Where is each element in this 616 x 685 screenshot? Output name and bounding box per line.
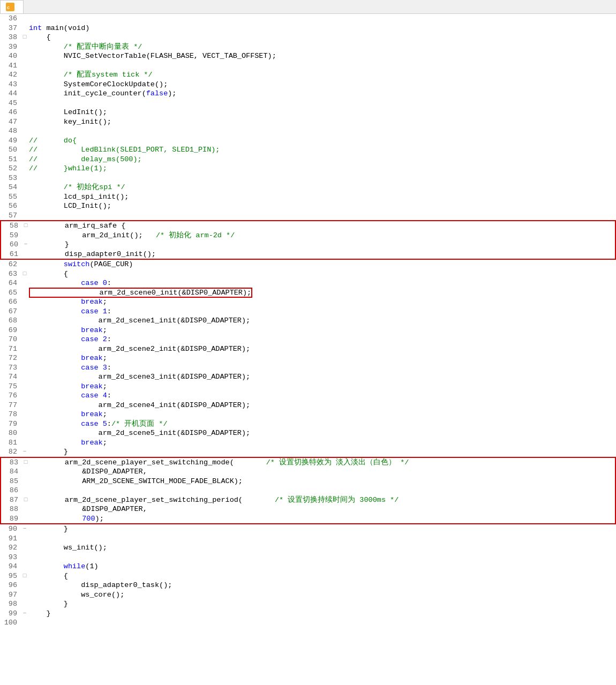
fold-indicator[interactable]: − xyxy=(20,524,29,534)
fold-indicator[interactable] xyxy=(20,42,29,52)
fold-indicator[interactable]: □ xyxy=(20,33,29,42)
fold-indicator[interactable] xyxy=(20,353,29,363)
fold-indicator[interactable] xyxy=(20,363,29,373)
code-line-content: } xyxy=(29,599,616,609)
fold-indicator[interactable] xyxy=(20,401,29,410)
fold-indicator[interactable] xyxy=(20,382,29,392)
fold-indicator[interactable] xyxy=(20,89,29,99)
fold-indicator[interactable] xyxy=(20,260,29,269)
fold-indicator[interactable] xyxy=(20,201,29,211)
line-number: 66 xyxy=(0,297,20,307)
fold-indicator[interactable] xyxy=(20,372,29,382)
table-row: 46 LedInit(); xyxy=(0,108,616,117)
fold-indicator[interactable] xyxy=(20,155,29,164)
fold-indicator[interactable] xyxy=(21,477,30,486)
fold-indicator[interactable] xyxy=(20,335,29,344)
fold-indicator[interactable]: □ xyxy=(21,495,30,505)
fold-indicator[interactable] xyxy=(20,278,29,288)
fold-indicator[interactable] xyxy=(20,326,29,335)
fold-indicator[interactable] xyxy=(20,288,29,298)
fold-indicator[interactable]: □ xyxy=(21,458,30,468)
fold-indicator[interactable] xyxy=(20,136,29,146)
line-number: 61 xyxy=(1,250,21,259)
fold-indicator[interactable] xyxy=(21,250,30,259)
fold-indicator[interactable] xyxy=(20,581,29,590)
fold-indicator[interactable] xyxy=(20,14,29,24)
table-row: 72 break; xyxy=(0,353,616,363)
fold-indicator[interactable] xyxy=(21,486,30,495)
fold-indicator[interactable] xyxy=(20,391,29,401)
table-row: 96 disp_adapter0_task(); xyxy=(0,581,616,590)
line-number: 83 xyxy=(1,458,21,468)
fold-indicator[interactable] xyxy=(20,192,29,202)
tab-main-c[interactable]: c xyxy=(0,0,24,13)
fold-indicator[interactable] xyxy=(20,438,29,448)
fold-indicator[interactable] xyxy=(20,307,29,317)
table-row: 60 − } xyxy=(1,240,615,250)
code-line-content: ARM_2D_SCENE_SWITCH_MODE_FADE_BLACK); xyxy=(30,477,615,486)
code-line-content xyxy=(29,14,616,24)
fold-indicator[interactable] xyxy=(20,297,29,307)
table-row: 76 case 4: xyxy=(0,391,616,401)
fold-indicator[interactable] xyxy=(20,117,29,127)
code-line-content: arm_2d_scene3_init(&DISP0_ADAPTER); xyxy=(29,372,616,382)
fold-indicator[interactable] xyxy=(20,24,29,33)
fold-indicator[interactable] xyxy=(21,467,30,477)
fold-indicator[interactable] xyxy=(20,211,29,221)
code-line-content xyxy=(29,618,616,628)
fold-indicator[interactable]: − xyxy=(20,609,29,619)
fold-indicator[interactable] xyxy=(21,505,30,514)
fold-indicator[interactable]: − xyxy=(20,447,29,457)
table-row: 39 /* 配置中断向量表 */ xyxy=(0,42,616,52)
fold-indicator[interactable] xyxy=(21,231,30,240)
line-number: 79 xyxy=(0,419,20,429)
code-line-content: while(1) xyxy=(29,562,616,571)
fold-indicator[interactable] xyxy=(20,80,29,89)
code-line-content: LedInit(); xyxy=(29,108,616,117)
fold-indicator[interactable] xyxy=(20,99,29,108)
code-lines: 36 37 int main(void) 38 □ { 39 /* 配置中断向量… xyxy=(0,14,616,673)
fold-indicator[interactable] xyxy=(20,164,29,174)
fold-indicator[interactable] xyxy=(20,316,29,326)
line-number: 95 xyxy=(0,571,20,581)
fold-indicator[interactable] xyxy=(20,126,29,136)
fold-indicator[interactable] xyxy=(20,599,29,609)
table-row: 86 xyxy=(1,486,615,495)
code-line-content xyxy=(29,126,616,136)
fold-indicator[interactable] xyxy=(20,183,29,192)
fold-indicator[interactable] xyxy=(20,145,29,155)
table-row: 74 arm_2d_scene3_init(&DISP0_ADAPTER); xyxy=(0,372,616,382)
fold-indicator[interactable] xyxy=(20,543,29,553)
fold-indicator[interactable] xyxy=(20,419,29,429)
fold-indicator[interactable] xyxy=(20,70,29,80)
fold-indicator[interactable]: □ xyxy=(21,221,30,231)
fold-indicator[interactable] xyxy=(20,410,29,419)
fold-indicator[interactable] xyxy=(20,61,29,71)
table-row: 41 xyxy=(0,61,616,71)
fold-indicator[interactable] xyxy=(20,51,29,61)
code-line-content: arm_2d_scene5_init(&DISP0_ADAPTER); xyxy=(29,428,616,438)
code-line-content: switch(PAGE_CUR) xyxy=(29,260,616,269)
line-number: 57 xyxy=(0,211,20,221)
fold-indicator[interactable] xyxy=(20,590,29,600)
fold-indicator[interactable]: − xyxy=(21,240,30,250)
line-number: 40 xyxy=(0,51,20,61)
fold-indicator[interactable]: □ xyxy=(20,269,29,279)
fold-indicator[interactable] xyxy=(21,514,30,524)
fold-indicator[interactable] xyxy=(20,618,29,628)
table-row: 62 switch(PAGE_CUR) xyxy=(0,260,616,269)
fold-indicator[interactable]: □ xyxy=(20,571,29,581)
fold-indicator[interactable] xyxy=(20,174,29,183)
fold-indicator[interactable] xyxy=(20,344,29,354)
table-row: 84 &DISP0_ADAPTER, xyxy=(1,467,615,477)
fold-indicator[interactable] xyxy=(20,562,29,571)
table-row: 71 arm_2d_scene2_init(&DISP0_ADAPTER); xyxy=(0,344,616,354)
code-line-content: // LedBlink(SLED1_PORT, SLED1_PIN); xyxy=(29,145,616,155)
table-row: 78 break; xyxy=(0,410,616,419)
fold-indicator[interactable] xyxy=(20,553,29,562)
table-row: 67 case 1: xyxy=(0,307,616,317)
fold-indicator[interactable] xyxy=(20,108,29,117)
fold-indicator[interactable] xyxy=(20,534,29,544)
fold-indicator[interactable] xyxy=(20,428,29,438)
code-line-content: SystemCoreClockUpdate(); xyxy=(29,80,616,89)
